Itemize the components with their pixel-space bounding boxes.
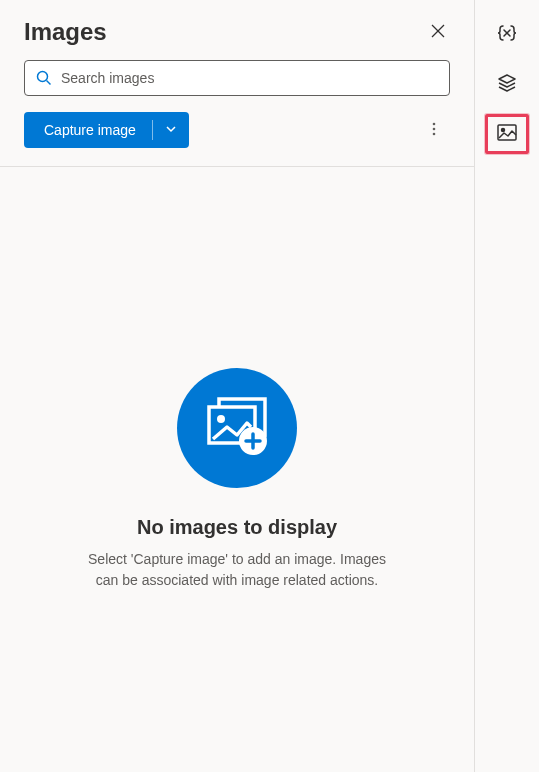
- search-row: [0, 60, 474, 110]
- svg-point-5: [433, 127, 436, 130]
- panel-header: Images: [0, 0, 474, 60]
- svg-point-17: [502, 128, 505, 131]
- rail-variables-button[interactable]: [485, 14, 529, 54]
- svg-point-6: [433, 132, 436, 135]
- side-rail: [475, 0, 539, 772]
- variables-icon: [496, 22, 518, 47]
- close-icon: [430, 23, 446, 42]
- rail-layers-button[interactable]: [485, 64, 529, 104]
- empty-state-title: No images to display: [137, 516, 337, 539]
- svg-point-9: [217, 415, 225, 423]
- image-add-icon: [201, 395, 273, 461]
- capture-image-label: Capture image: [24, 112, 152, 148]
- capture-image-dropdown[interactable]: [153, 112, 189, 148]
- toolbar: Capture image: [0, 110, 474, 166]
- search-input[interactable]: [61, 70, 439, 86]
- svg-point-4: [433, 122, 436, 125]
- svg-point-2: [38, 72, 48, 82]
- more-options-button[interactable]: [418, 114, 450, 146]
- empty-state-description: Select 'Capture image' to add an image. …: [77, 549, 397, 591]
- rail-images-button[interactable]: [485, 114, 529, 154]
- svg-marker-15: [499, 75, 515, 83]
- panel-title: Images: [24, 18, 107, 46]
- content-area: No images to display Select 'Capture ima…: [0, 166, 474, 772]
- image-icon: [496, 123, 518, 146]
- layers-icon: [496, 72, 518, 97]
- capture-image-button[interactable]: Capture image: [24, 112, 189, 148]
- empty-state-illustration: [177, 368, 297, 488]
- chevron-down-icon: [165, 123, 177, 138]
- close-button[interactable]: [422, 16, 454, 48]
- search-icon: [35, 69, 53, 87]
- images-panel: Images Capture image: [0, 0, 475, 772]
- search-box[interactable]: [24, 60, 450, 96]
- svg-line-3: [47, 81, 51, 85]
- more-vertical-icon: [426, 121, 442, 140]
